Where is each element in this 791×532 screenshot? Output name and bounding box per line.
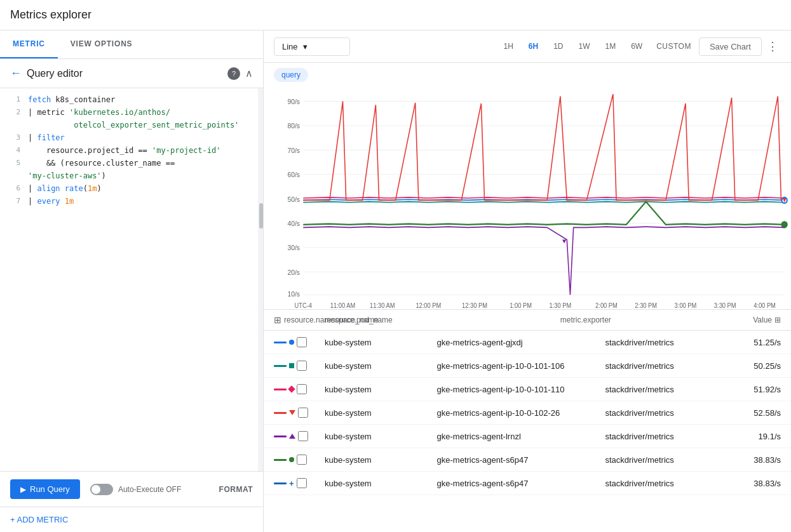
table-row: kube-system gke-metrics-agent-gjxdj stac… <box>264 331 791 354</box>
time-btn-6h[interactable]: 6H <box>522 38 544 55</box>
time-btn-6w[interactable]: 6W <box>625 38 649 55</box>
right-panel: Line ▾ 1H 6H 1D 1W 1M 6W CUSTOM Save Cha… <box>264 30 791 532</box>
row-3-exporter: stackdriver/metrics <box>605 385 717 394</box>
time-btn-1d[interactable]: 1D <box>547 38 569 55</box>
row-2-exporter: stackdriver/metrics <box>605 361 717 371</box>
query-editor-header: ← Query editor ? ∧ <box>0 59 263 88</box>
row-2-checkbox[interactable] <box>297 361 307 371</box>
row-7-exporter: stackdriver/metrics <box>605 479 717 488</box>
auto-execute-toggle[interactable] <box>90 484 113 495</box>
triangle-up-5 <box>289 434 295 439</box>
table-header: ⊞ resource.namespace_name resource.pod_n… <box>264 310 791 331</box>
row-5-pod: gke-metrics-agent-lrnzl <box>437 432 605 441</box>
svg-text:3:00 PM: 3:00 PM <box>675 302 697 309</box>
grid-icon: ⊞ <box>274 315 281 325</box>
code-line-1: 1 fetch k8s_container <box>0 93 263 106</box>
code-line-7: 7 | every 1m <box>0 195 263 208</box>
row-1-checkbox[interactable] <box>297 337 307 347</box>
row-7-namespace: kube-system <box>325 479 437 488</box>
row-5-checkbox[interactable] <box>298 431 308 441</box>
auto-execute-label: Auto-Execute OFF <box>118 485 181 494</box>
time-buttons: 1H 6H 1D 1W 1M 6W CUSTOM Save Chart ⋮ <box>497 37 781 56</box>
table-row: kube-system gke-metrics-agent-s6p47 stac… <box>264 448 791 472</box>
code-editor[interactable]: 1 fetch k8s_container 2 | metric 'kubern… <box>0 88 263 471</box>
row-4-exporter: stackdriver/metrics <box>605 408 717 418</box>
svg-text:2:00 PM: 2:00 PM <box>595 302 618 309</box>
help-icon[interactable]: ? <box>227 67 240 80</box>
custom-button[interactable]: CUSTOM <box>651 38 696 55</box>
tab-view-options[interactable]: VIEW OPTIONS <box>58 30 145 58</box>
chart-area: 90/s 80/s 70/s 60/s 50/s 40/s 30/s 20/s … <box>264 87 791 309</box>
table-row: kube-system gke-metrics-agent-ip-10-0-10… <box>264 401 791 425</box>
dot-1 <box>289 340 294 345</box>
svg-text:40/s: 40/s <box>287 220 300 227</box>
add-metric-button[interactable]: + ADD METRIC <box>0 507 263 532</box>
run-label: Run Query <box>30 484 70 494</box>
svg-text:20/s: 20/s <box>287 268 300 276</box>
row-3-checkbox[interactable] <box>297 384 307 394</box>
row-4-icon <box>274 408 325 418</box>
time-btn-1h[interactable]: 1H <box>497 38 519 55</box>
square-2 <box>289 363 294 368</box>
row-1-namespace: kube-system <box>325 338 437 347</box>
row-4-namespace: kube-system <box>325 408 437 418</box>
row-3-namespace: kube-system <box>325 385 437 394</box>
chart-svg: 90/s 80/s 70/s 60/s 50/s 40/s 30/s 20/s … <box>264 87 791 309</box>
row-4-value: 52.58/s <box>717 408 781 418</box>
th-icon: ⊞ resource.namespace_name <box>274 315 325 325</box>
row-5-value: 19.1/s <box>717 432 781 441</box>
more-options-icon[interactable]: ⋮ <box>764 37 781 56</box>
format-button[interactable]: FORMAT <box>219 485 253 494</box>
left-panel: METRIC VIEW OPTIONS ← Query editor ? ∧ 1… <box>0 30 264 532</box>
chart-toolbar: Line ▾ 1H 6H 1D 1W 1M 6W CUSTOM Save Cha… <box>264 30 791 63</box>
query-pill-label: query <box>281 70 301 79</box>
chart-type-select[interactable]: Line ▾ <box>274 37 350 56</box>
row-6-icon <box>274 455 325 465</box>
row-5-exporter: stackdriver/metrics <box>605 432 717 441</box>
bottom-controls: ▶ Run Query Auto-Execute OFF FORMAT <box>0 471 263 507</box>
row-2-pod: gke-metrics-agent-ip-10-0-101-106 <box>437 361 605 371</box>
row-4-checkbox[interactable] <box>298 408 308 418</box>
query-editor-title: Query editor <box>27 68 227 79</box>
data-table: ⊞ resource.namespace_name resource.pod_n… <box>264 309 791 532</box>
svg-text:80/s: 80/s <box>287 122 300 130</box>
svg-marker-31 <box>562 239 566 243</box>
code-line-2: 2 | metric 'kubernetes.io/anthos/ otelco… <box>0 106 263 131</box>
row-4-pod: gke-metrics-agent-ip-10-0-102-26 <box>437 408 605 418</box>
line-color-3 <box>274 389 287 390</box>
svg-text:12:00 PM: 12:00 PM <box>416 302 441 309</box>
row-6-checkbox[interactable] <box>297 455 307 465</box>
sort-icon[interactable]: ⊞ <box>774 316 781 324</box>
chart-type-label: Line <box>282 42 298 51</box>
th-pod: resource.pod_name <box>325 316 560 324</box>
tab-metric[interactable]: METRIC <box>0 30 58 58</box>
chevron-down-icon: ▾ <box>303 42 308 51</box>
line-color-2 <box>274 365 287 367</box>
collapse-icon[interactable]: ∧ <box>245 67 253 79</box>
code-line-3: 3 | filter <box>0 131 263 144</box>
line-color-6 <box>274 459 287 461</box>
line-color-1 <box>274 342 287 343</box>
auto-execute-toggle-group: Auto-Execute OFF <box>90 484 181 495</box>
time-btn-1m[interactable]: 1M <box>599 38 623 55</box>
back-button[interactable]: ← <box>10 67 22 80</box>
svg-text:3:30 PM: 3:30 PM <box>714 302 736 309</box>
row-2-namespace: kube-system <box>325 361 437 371</box>
svg-text:30/s: 30/s <box>287 244 300 251</box>
query-pill[interactable]: query <box>274 68 308 82</box>
row-3-pod: gke-metrics-agent-ip-10-0-101-110 <box>437 385 605 394</box>
code-line-6: 6 | align rate(1m) <box>0 182 263 195</box>
code-line-4: 4 resource.project_id == 'my-project-id' <box>0 144 263 157</box>
row-3-icon <box>274 384 325 394</box>
th-exporter: metric.exporter <box>560 316 717 324</box>
diamond-3 <box>288 385 295 392</box>
save-chart-button[interactable]: Save Chart <box>699 37 762 56</box>
row-7-checkbox[interactable] <box>297 478 307 488</box>
table-row: kube-system gke-metrics-agent-ip-10-0-10… <box>264 378 791 401</box>
run-query-button[interactable]: ▶ Run Query <box>10 479 80 499</box>
row-1-exporter: stackdriver/metrics <box>605 338 717 347</box>
time-btn-1w[interactable]: 1W <box>572 38 597 55</box>
svg-text:11:30 AM: 11:30 AM <box>370 302 395 309</box>
th-value: Value ⊞ <box>717 316 781 324</box>
row-7-icon: + <box>274 478 325 488</box>
